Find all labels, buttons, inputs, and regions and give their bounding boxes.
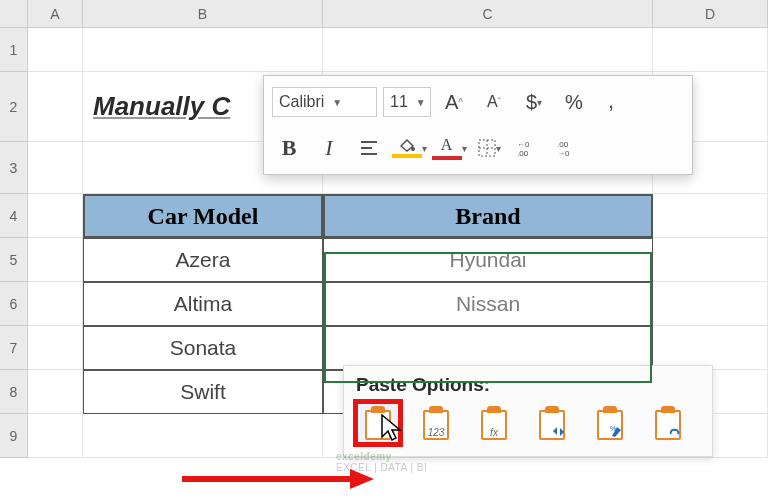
table-header-brand[interactable]: Brand (323, 194, 653, 238)
italic-button[interactable]: I (312, 133, 346, 163)
table-row[interactable] (323, 326, 653, 370)
font-size-select[interactable]: 11 ▼ (383, 87, 431, 117)
row-header-3[interactable]: 3 (0, 142, 28, 194)
table-row[interactable]: Swift (83, 370, 323, 414)
cell-A8[interactable] (28, 370, 83, 414)
clipboard-icon (537, 406, 567, 440)
svg-text:←0: ←0 (517, 140, 530, 149)
decrease-font-button[interactable]: Aˇ (477, 87, 511, 117)
table-header-model[interactable]: Car Model (83, 194, 323, 238)
row-header-2[interactable]: 2 (0, 72, 28, 142)
align-icon (360, 140, 378, 156)
font-color-swatch (432, 156, 462, 160)
svg-point-4 (411, 147, 415, 151)
svg-text:%: % (610, 425, 616, 432)
cell-B9[interactable] (83, 414, 323, 458)
cell-A1[interactable] (28, 28, 83, 72)
svg-text:,: , (608, 92, 614, 112)
paste-transpose-button[interactable] (530, 402, 574, 444)
svg-text:.00: .00 (557, 140, 569, 149)
row-header-1[interactable]: 1 (0, 28, 28, 72)
font-color-a-icon: A (441, 136, 453, 154)
mini-toolbar-row-1: Calibri ▼ 11 ▼ A^ Aˇ $▾ % , (272, 82, 684, 122)
increase-decimal-button[interactable]: ←0 .00 (512, 133, 546, 163)
paint-bucket-icon (398, 138, 416, 152)
row-header-6[interactable]: 6 (0, 282, 28, 326)
percent-format-button[interactable]: % (557, 87, 591, 117)
table-row[interactable]: Hyundai (323, 238, 653, 282)
chevron-down-icon: ▾ (462, 143, 467, 154)
row-header-9[interactable]: 9 (0, 414, 28, 458)
paste-options-icons: 123 fx % (356, 402, 700, 444)
mini-toolbar-row-2: B I ▾ A ▾ (272, 128, 684, 168)
row-header-8[interactable]: 8 (0, 370, 28, 414)
cell-A9[interactable] (28, 414, 83, 458)
paste-values-button[interactable]: 123 (414, 402, 458, 444)
cell-A4[interactable] (28, 194, 83, 238)
chevron-down-icon: ▾ (496, 143, 501, 154)
col-header-A[interactable]: A (28, 0, 83, 28)
table-row[interactable]: Sonata (83, 326, 323, 370)
cell-D6[interactable] (653, 282, 768, 326)
cell-A5[interactable] (28, 238, 83, 282)
cell-A3[interactable] (28, 142, 83, 194)
borders-button[interactable]: ▾ (472, 133, 506, 163)
mini-toolbar: Calibri ▼ 11 ▼ A^ Aˇ $▾ % , B I (263, 75, 693, 175)
cell-D5[interactable] (653, 238, 768, 282)
font-color-button[interactable]: A ▾ (432, 133, 466, 163)
cell-C1[interactable] (323, 28, 653, 72)
cell-B1[interactable] (83, 28, 323, 72)
chevron-down-icon: ▼ (332, 97, 342, 108)
clipboard-icon: 123 (421, 406, 451, 440)
row-header-5[interactable]: 5 (0, 238, 28, 282)
decrease-decimal-icon: .00 →0 (557, 139, 581, 157)
col-header-C[interactable]: C (323, 0, 653, 28)
table-row[interactable]: Altima (83, 282, 323, 326)
clipboard-icon (653, 406, 683, 440)
borders-icon (478, 139, 496, 157)
paste-options-title: Paste Options: (356, 374, 700, 396)
cell-A2[interactable] (28, 72, 83, 142)
fill-color-button[interactable]: ▾ (392, 133, 426, 163)
chevron-down-icon: ▼ (416, 97, 426, 108)
select-all-corner[interactable] (0, 0, 28, 28)
align-button[interactable] (352, 133, 386, 163)
table-row[interactable]: Azera (83, 238, 323, 282)
accounting-format-button[interactable]: $▾ (517, 87, 551, 117)
increase-decimal-icon: ←0 .00 (517, 139, 541, 157)
svg-text:→0: →0 (557, 149, 570, 157)
comma-style-button[interactable]: , (597, 87, 631, 117)
paste-link-button[interactable] (646, 402, 690, 444)
cell-D1[interactable] (653, 28, 768, 72)
mouse-cursor-icon (380, 413, 404, 443)
row-header-7[interactable]: 7 (0, 326, 28, 370)
fill-color-swatch (392, 154, 422, 158)
cell-A6[interactable] (28, 282, 83, 326)
font-name-value: Calibri (279, 93, 324, 111)
cell-A7[interactable] (28, 326, 83, 370)
cell-D4[interactable] (653, 194, 768, 238)
clipboard-icon: % (595, 406, 625, 440)
font-size-value: 11 (390, 93, 408, 111)
font-name-select[interactable]: Calibri ▼ (272, 87, 377, 117)
col-header-B[interactable]: B (83, 0, 323, 28)
clipboard-icon: fx (479, 406, 509, 440)
cell-D7[interactable] (653, 326, 768, 370)
table-row[interactable]: Nissan (323, 282, 653, 326)
paste-options-popup: Paste Options: 123 fx (343, 365, 713, 457)
chevron-down-icon: ▾ (422, 143, 427, 154)
svg-text:.00: .00 (517, 149, 529, 157)
chevron-down-icon: ▾ (537, 97, 542, 108)
row-header-4[interactable]: 4 (0, 194, 28, 238)
annotation-arrow-icon (178, 467, 378, 491)
paste-formulas-button[interactable]: fx (472, 402, 516, 444)
increase-font-button[interactable]: A^ (437, 87, 471, 117)
decrease-decimal-button[interactable]: .00 →0 (552, 133, 586, 163)
paste-formatting-button[interactable]: % (588, 402, 632, 444)
col-header-D[interactable]: D (653, 0, 768, 28)
bold-button[interactable]: B (272, 133, 306, 163)
